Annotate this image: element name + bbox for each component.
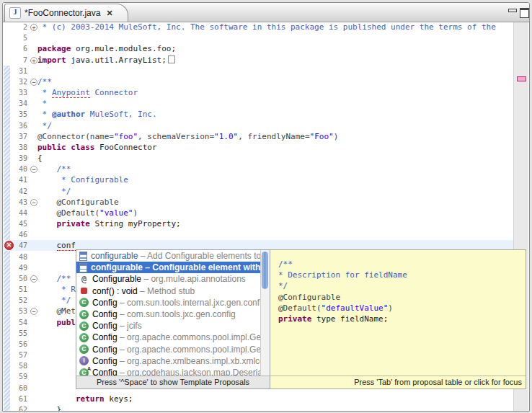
line-number: 36 <box>10 120 27 131</box>
code-line-31[interactable] <box>37 66 513 76</box>
template-icon <box>79 252 87 261</box>
close-icon[interactable]: ✕ <box>106 9 112 17</box>
code-line-35[interactable]: * @author MuleSoft, Inc. <box>37 109 513 120</box>
completion-description: – com.sun.tools.jxc.gen.config <box>118 309 236 319</box>
completion-item[interactable]: @Configurable – org.mule.api.annotations <box>76 273 261 285</box>
completion-description: – jcifs <box>118 321 142 331</box>
completion-description: – org.apache.commons.pool.impl.Gene <box>118 345 261 355</box>
class-icon: C <box>79 333 89 342</box>
fold-expand-icon[interactable]: + <box>30 24 37 31</box>
code-line-32[interactable]: /** <box>37 76 513 87</box>
code-line-36[interactable]: */ <box>37 120 513 131</box>
line-number: 6 <box>10 43 27 54</box>
preview-code-line: /** <box>278 259 523 270</box>
class-icon: C <box>79 310 89 319</box>
line-number: 59 <box>10 371 27 382</box>
line-number: 53 <box>10 306 27 316</box>
code-line-40[interactable]: /** <box>37 164 513 174</box>
template-icon <box>79 263 87 272</box>
preview-code-line: @Default("defaultValue") <box>278 303 523 314</box>
completion-description: – com.sun.tools.internal.jxc.gen.config <box>118 298 261 308</box>
line-number: 42 <box>10 186 27 197</box>
completion-item[interactable]: IConfig – org.apache.xmlbeans.impl.xb.xm… <box>76 355 261 367</box>
error-marker-icon[interactable]: ✕ <box>4 241 14 250</box>
code-line-62[interactable]: } <box>37 404 513 411</box>
completion-name: Config <box>92 332 118 342</box>
completion-name: conf() : void <box>92 286 138 296</box>
line-number: 31 <box>10 66 27 76</box>
minimize-icon[interactable] <box>507 8 517 16</box>
class-icon: C <box>79 321 89 331</box>
line-number: 40 <box>10 164 27 174</box>
tab-fooconnector[interactable]: J *FooConnector.java ✕ <box>4 4 128 22</box>
code-line-34[interactable]: * <box>37 98 513 109</box>
editor-tab-bar: J *FooConnector.java ✕ <box>3 3 529 22</box>
code-line-6[interactable]: package org.mule.modules.foo; <box>37 43 513 54</box>
private-method-icon <box>81 288 87 294</box>
line-number: 54 <box>10 317 27 328</box>
completion-name: Configurable <box>92 274 141 284</box>
class-icon: C <box>79 345 89 354</box>
code-line-44[interactable]: @Default("value") <box>37 208 513 218</box>
overview-change-marker[interactable] <box>517 76 526 81</box>
fold-collapse-icon[interactable]: − <box>30 308 37 315</box>
line-number: 5 <box>10 32 27 43</box>
preview-code-line: * Description for fieldName <box>278 270 523 280</box>
annotation-icon: @ <box>79 275 89 284</box>
popup-scrollbar[interactable] <box>260 250 270 376</box>
line-number: 48 <box>10 252 27 262</box>
tab-title: *FooConnector.java <box>25 8 100 18</box>
line-number: 2 <box>10 22 27 32</box>
completion-item[interactable]: conf() : void – Method stub <box>76 285 261 297</box>
line-number: 60 <box>10 383 27 394</box>
completion-item[interactable]: CConfig – jcifs <box>76 320 261 332</box>
code-line-61[interactable]: return keys; <box>37 394 513 404</box>
line-number: 61 <box>10 394 27 404</box>
completion-item[interactable]: CConfig – org.apache.commons.pool.impl.G… <box>76 344 261 355</box>
completion-name: Config <box>92 309 118 319</box>
completion-item[interactable]: CConfig – com.sun.tools.internal.jxc.gen… <box>76 297 261 308</box>
maximize-icon[interactable] <box>520 8 529 16</box>
code-line-42[interactable]: */ <box>37 186 513 197</box>
completion-item[interactable]: CConfig – com.sun.tools.jxc.gen.config <box>76 308 261 320</box>
code-line-43[interactable]: @Configurable <box>37 197 513 208</box>
completion-item[interactable]: CConfig – org.apache.commons.pool.impl.G… <box>76 332 261 343</box>
popup-scrollbar-thumb[interactable] <box>262 252 268 289</box>
completion-description: – org.apache.commons.pool.impl.Gene <box>118 332 261 342</box>
quick-diff-strip <box>4 66 10 411</box>
code-line-41[interactable]: * Configurable <box>37 174 513 185</box>
preview-status-text: Press 'Tab' from proposal table or click… <box>270 376 526 388</box>
line-number: 46 <box>10 229 27 240</box>
fold-collapse-icon[interactable]: − <box>30 199 37 206</box>
code-line-33[interactable]: * Anypoint Connector <box>37 87 513 98</box>
line-number: 38 <box>10 142 27 153</box>
code-line-2[interactable]: * (c) 2003-2014 MuleSoft, Inc. The softw… <box>37 22 513 32</box>
code-line-39[interactable]: { <box>37 153 513 164</box>
preview-code-line: @Configurable <box>278 292 523 303</box>
preview-code-line: private type fieldName; <box>278 314 523 324</box>
interface-icon: I <box>79 356 89 365</box>
line-number: 51 <box>10 284 27 295</box>
code-line-5[interactable] <box>37 32 513 43</box>
code-line-37[interactable]: @Connector(name="foo", schemaVersion="1.… <box>37 131 513 142</box>
content-assist-popup: configurable – Add Configurable elements… <box>76 249 270 389</box>
fold-collapse-icon[interactable]: − <box>30 79 37 86</box>
popup-status-text: Press '^Space' to show Template Proposal… <box>76 376 270 388</box>
completion-description: – Method stub <box>138 286 195 296</box>
fold-expand-icon[interactable]: + <box>30 57 37 64</box>
completion-item[interactable]: configurable – Add Configurable elements… <box>76 250 261 262</box>
completion-name: Config <box>92 356 118 366</box>
folded-region-icon[interactable] <box>168 55 175 63</box>
completion-item[interactable]: configurable – Configurable element with… <box>76 262 261 273</box>
completion-description: – org.mule.api.annotations <box>141 274 246 284</box>
line-number: 56 <box>10 339 27 350</box>
code-line-38[interactable]: public class FooConnector <box>37 142 513 153</box>
fold-collapse-icon[interactable]: − <box>30 275 37 283</box>
code-line-45[interactable]: private String myProperty; <box>37 218 513 229</box>
completion-description: – Add Configurable elements to p <box>138 251 261 261</box>
completion-name: Config <box>92 345 118 355</box>
fold-collapse-icon[interactable]: − <box>30 166 37 173</box>
line-number: 37 <box>10 131 27 142</box>
code-line-7[interactable]: import java.util.ArrayList; <box>37 55 513 66</box>
code-line-46[interactable] <box>37 229 513 240</box>
